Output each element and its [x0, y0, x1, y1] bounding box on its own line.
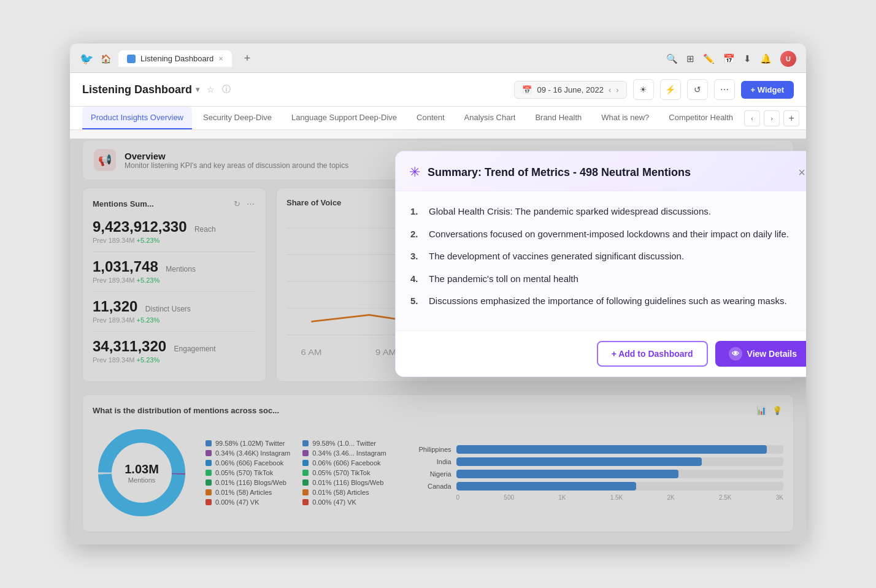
app-title: Listening Dashboard ▾	[82, 83, 199, 96]
modal-header: ✳ Summary: Trend of Metrics - 498 Neutra…	[396, 151, 806, 191]
tab-brand-health[interactable]: Brand Health	[526, 107, 590, 129]
tabs-prev-arrow[interactable]: ‹	[744, 110, 760, 126]
summary-item-5: Discussions emphasized the importance of…	[410, 294, 806, 308]
download-icon[interactable]: ⬇	[743, 53, 751, 64]
search-icon[interactable]: 🔍	[666, 53, 678, 64]
modal-body: Global Health Crisis: The pandemic spark…	[396, 191, 806, 330]
add-to-dashboard-label: + Add to Dashboard	[612, 349, 693, 359]
tab-favicon	[127, 55, 136, 63]
add-to-dashboard-button[interactable]: + Add to Dashboard	[597, 341, 708, 367]
header-right-section: 📅 09 - 16 June, 2022 ‹ › ☀ ⚡ ↺ ⋯ + Widge…	[514, 79, 794, 100]
summary-item-3: The development of vaccines generated si…	[410, 250, 806, 264]
app-body: 📢 Overview Monitor listening KPI's and k…	[70, 140, 806, 544]
tab-title: Listening Dashboard	[140, 54, 213, 63]
dashboard-title-text: Listening Dashboard	[82, 83, 192, 96]
edit-icon[interactable]: ✏️	[703, 53, 715, 64]
user-avatar[interactable]: U	[780, 51, 796, 67]
tab-analysis-chart[interactable]: Analysis Chart	[456, 107, 524, 129]
notification-icon[interactable]: 🔔	[760, 53, 772, 64]
modal-overlay: ✳ Summary: Trend of Metrics - 498 Neutra…	[70, 139, 806, 544]
ai-sparkle-icon: ✳	[409, 164, 420, 180]
browser-tab[interactable]: Listening Dashboard ×	[118, 50, 232, 67]
dashboard-content: Mentions Sum... ↻ ⋯ 9,423,912,330 Reach …	[70, 188, 806, 544]
browser-logo: 🐦	[80, 52, 93, 66]
browser-top-bar: 🐦 🏠 Listening Dashboard × + 🔍 ⊞ ✏️ 📅 ⬇ 🔔…	[80, 50, 796, 67]
info-icon[interactable]: ⓘ	[222, 84, 231, 95]
tabs-next-arrow[interactable]: ›	[764, 110, 780, 126]
more-options-button[interactable]: ⋯	[714, 79, 735, 100]
tab-content[interactable]: Content	[408, 107, 453, 129]
view-details-label: View Details	[747, 349, 797, 359]
modal-title: Summary: Trend of Metrics - 498 Neutral …	[428, 166, 691, 179]
summary-item-2: Conversations focused on government-impo…	[410, 227, 806, 242]
summary-item-1: Global Health Crisis: The pandemic spark…	[410, 205, 806, 219]
filter-button[interactable]: ⚡	[660, 79, 681, 100]
browser-window: 🐦 🏠 Listening Dashboard × + 🔍 ⊞ ✏️ 📅 ⬇ 🔔…	[70, 44, 806, 544]
modal-footer: + Add to Dashboard 👁 View Details	[396, 330, 806, 376]
add-tab-button[interactable]: +	[783, 110, 799, 126]
summary-modal: ✳ Summary: Trend of Metrics - 498 Neutra…	[395, 151, 806, 377]
tab-close-icon[interactable]: ×	[218, 54, 223, 63]
tab-product-insights[interactable]: Product Insights Overview	[82, 107, 192, 129]
new-tab-button[interactable]: +	[239, 50, 256, 67]
tabs-navigation: ‹ › +	[744, 110, 799, 126]
tab-security-deep-dive[interactable]: Security Deep-Dive	[194, 107, 280, 129]
add-widget-button[interactable]: + Widget	[741, 81, 794, 99]
title-chevron-icon[interactable]: ▾	[196, 85, 199, 94]
date-next-arrow[interactable]: ›	[616, 85, 618, 94]
date-prev-arrow[interactable]: ‹	[609, 85, 611, 94]
tab-what-is-new[interactable]: What is new?	[593, 107, 658, 129]
view-details-button[interactable]: 👁 View Details	[715, 341, 806, 367]
date-range-picker[interactable]: 📅 09 - 16 June, 2022 ‹ ›	[514, 81, 626, 99]
summary-item-4: The pandemic's toll on mental health	[410, 272, 806, 286]
calendar-small-icon: 📅	[522, 85, 532, 94]
app-header: Listening Dashboard ▾ ☆ ⓘ 📅 09 - 16 June…	[70, 73, 806, 107]
summary-list: Global Health Crisis: The pandemic spark…	[410, 205, 806, 308]
tab-competitor-health[interactable]: Competitor Health	[660, 107, 742, 129]
grid-icon[interactable]: ⊞	[686, 53, 694, 64]
eye-icon: 👁	[729, 347, 742, 361]
modal-close-button[interactable]: ×	[793, 164, 806, 181]
theme-toggle-button[interactable]: ☀	[633, 79, 654, 100]
browser-chrome: 🐦 🏠 Listening Dashboard × + 🔍 ⊞ ✏️ 📅 ⬇ 🔔…	[70, 44, 806, 73]
date-range-text: 09 - 16 June, 2022	[537, 85, 603, 94]
tab-language-support[interactable]: Language Support Deep-Dive	[283, 107, 405, 129]
refresh-button[interactable]: ↺	[687, 79, 708, 100]
tabs-bar: Product Insights Overview Security Deep-…	[70, 107, 806, 130]
add-widget-label: + Widget	[751, 85, 784, 94]
home-icon[interactable]: 🏠	[101, 54, 111, 64]
browser-toolbar-right: 🔍 ⊞ ✏️ 📅 ⬇ 🔔 U	[666, 51, 796, 67]
favorite-icon[interactable]: ☆	[207, 85, 215, 94]
calendar-icon[interactable]: 📅	[723, 53, 735, 64]
